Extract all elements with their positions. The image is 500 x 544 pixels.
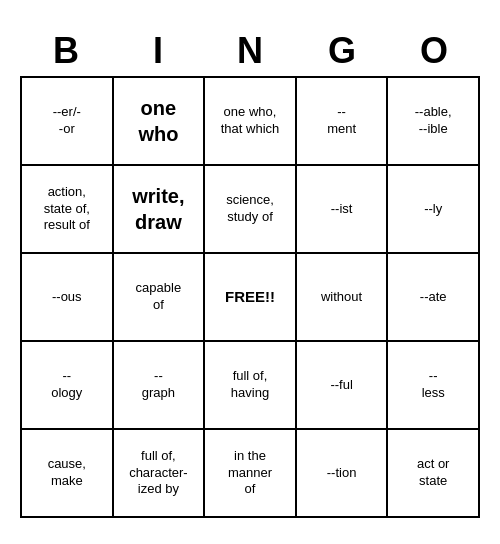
- header-letter-O: O: [388, 26, 480, 76]
- bingo-cell-6: write,draw: [114, 166, 206, 254]
- bingo-cell-18: --ful: [297, 342, 389, 430]
- bingo-cell-12: FREE!!: [205, 254, 297, 342]
- bingo-grid: --er/--oronewhoone who,that which--ment-…: [20, 76, 480, 518]
- bingo-cell-4: --able,--ible: [388, 78, 480, 166]
- bingo-cell-19: --less: [388, 342, 480, 430]
- bingo-cell-10: --ous: [22, 254, 114, 342]
- bingo-cell-16: --graph: [114, 342, 206, 430]
- bingo-cell-24: act orstate: [388, 430, 480, 518]
- bingo-cell-17: full of,having: [205, 342, 297, 430]
- bingo-cell-22: in themannerof: [205, 430, 297, 518]
- bingo-cell-0: --er/--or: [22, 78, 114, 166]
- bingo-header: BINGO: [20, 26, 480, 76]
- header-letter-N: N: [204, 26, 296, 76]
- bingo-cell-11: capableof: [114, 254, 206, 342]
- bingo-cell-3: --ment: [297, 78, 389, 166]
- header-letter-G: G: [296, 26, 388, 76]
- bingo-cell-20: cause,make: [22, 430, 114, 518]
- bingo-cell-9: --ly: [388, 166, 480, 254]
- bingo-cell-13: without: [297, 254, 389, 342]
- bingo-card: BINGO --er/--oronewhoone who,that which-…: [20, 26, 480, 518]
- bingo-cell-8: --ist: [297, 166, 389, 254]
- bingo-cell-5: action,state of,result of: [22, 166, 114, 254]
- bingo-cell-15: --ology: [22, 342, 114, 430]
- bingo-cell-14: --ate: [388, 254, 480, 342]
- header-letter-B: B: [20, 26, 112, 76]
- bingo-cell-21: full of,character-ized by: [114, 430, 206, 518]
- bingo-cell-23: --tion: [297, 430, 389, 518]
- bingo-cell-7: science,study of: [205, 166, 297, 254]
- header-letter-I: I: [112, 26, 204, 76]
- bingo-cell-2: one who,that which: [205, 78, 297, 166]
- bingo-cell-1: onewho: [114, 78, 206, 166]
